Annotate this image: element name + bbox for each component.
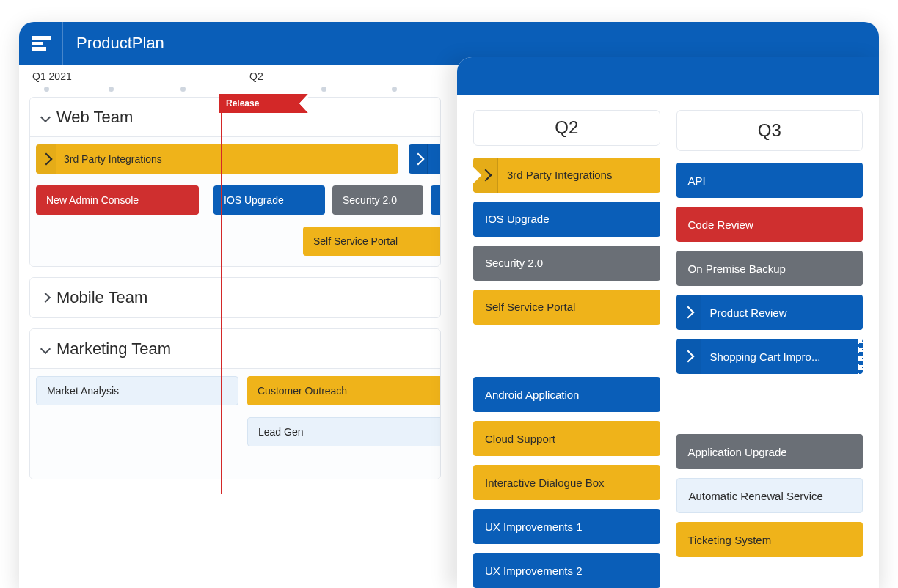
card-label: Ticketing System bbox=[688, 534, 772, 546]
today-line bbox=[221, 113, 222, 494]
card-label: IOS Upgrade bbox=[485, 213, 550, 225]
timeline-bar[interactable]: Market Analysis bbox=[36, 376, 238, 405]
bar-label: New Admin Console bbox=[46, 194, 139, 206]
column-title: Q3 bbox=[676, 110, 864, 151]
lane-header-mobile[interactable]: Mobile Team bbox=[30, 278, 440, 317]
chevron-right-icon bbox=[412, 153, 424, 166]
timeline-bar[interactable] bbox=[409, 144, 441, 174]
lane-title: Web Team bbox=[56, 108, 133, 127]
chevron-right-icon bbox=[40, 153, 52, 166]
board-card[interactable]: Code Review bbox=[676, 207, 864, 242]
timeline-bar[interactable]: On bbox=[431, 185, 441, 215]
timeline-bar[interactable]: Lead Gen bbox=[247, 417, 441, 446]
board-card[interactable]: Self Service Portal bbox=[473, 290, 660, 325]
period-label-q2: Q2 bbox=[249, 70, 263, 82]
board-card[interactable]: UX Improvements 2 bbox=[473, 553, 660, 588]
card-label: On Premise Backup bbox=[688, 262, 786, 275]
board-header-bar bbox=[457, 57, 879, 95]
expand-chevron[interactable] bbox=[676, 339, 701, 374]
card-label: Cloud Support bbox=[485, 433, 555, 445]
timeline-bar[interactable]: 3rd Party Integrations bbox=[36, 144, 398, 174]
board-card[interactable]: Android Application bbox=[473, 377, 660, 412]
chevron-right-icon bbox=[479, 169, 492, 181]
lane-body-web: 3rd Party IntegrationsNew Admin ConsoleI… bbox=[30, 137, 440, 266]
app-logo bbox=[19, 22, 63, 65]
card-label: UX Improvements 1 bbox=[485, 521, 583, 533]
lane-header-marketing[interactable]: Marketing Team bbox=[30, 329, 440, 369]
bar-label: Security 2.0 bbox=[343, 194, 397, 206]
period-dot bbox=[392, 87, 397, 92]
timeline-bar[interactable]: Security 2.0 bbox=[332, 185, 423, 215]
timeline-panel: Q1 2021 Q2 Web Team 3rd Party Integratio… bbox=[19, 65, 441, 588]
card-label: Automatic Renewal Service bbox=[689, 490, 823, 502]
board-card[interactable]: IOS Upgrade bbox=[473, 202, 660, 237]
board-card[interactable]: Ticketing System bbox=[676, 522, 864, 557]
column-title: Q2 bbox=[473, 110, 660, 146]
timeline-bar[interactable]: Self Service Portal bbox=[303, 227, 441, 256]
card-stack: Application UpgradeAutomatic Renewal Ser… bbox=[676, 434, 864, 557]
board-card[interactable]: Automatic Renewal Service bbox=[676, 478, 864, 513]
lane-title: Marketing Team bbox=[56, 339, 171, 359]
board-column: Q23rd Party IntegrationsIOS UpgradeSecur… bbox=[473, 110, 660, 588]
board-card[interactable]: Application Upgrade bbox=[676, 434, 864, 469]
lane-marketing-team: Marketing Team Market AnalysisCustomer O… bbox=[29, 328, 441, 479]
board-card[interactable]: Product Review bbox=[676, 295, 864, 330]
period-dot bbox=[321, 87, 326, 92]
timeline-bar[interactable]: New Admin Console bbox=[36, 185, 199, 215]
release-flag[interactable]: Release bbox=[219, 94, 299, 113]
board-card[interactable]: Cloud Support bbox=[473, 421, 660, 456]
board-columns: Q23rd Party IntegrationsIOS UpgradeSecur… bbox=[457, 95, 879, 588]
period-dot bbox=[44, 87, 49, 92]
timeline-period-row: Q1 2021 Q2 bbox=[29, 65, 441, 91]
lane-web-team: Web Team 3rd Party IntegrationsNew Admin… bbox=[29, 97, 441, 267]
chevron-down-icon bbox=[40, 343, 51, 353]
card-stack: 3rd Party IntegrationsIOS UpgradeSecurit… bbox=[473, 158, 660, 325]
board-card[interactable]: Security 2.0 bbox=[473, 246, 660, 281]
logo-icon bbox=[32, 36, 51, 51]
chevron-right-icon bbox=[682, 350, 695, 363]
lane-title: Mobile Team bbox=[56, 288, 147, 307]
board-card[interactable]: API bbox=[676, 163, 864, 198]
period-label-q1: Q1 2021 bbox=[32, 70, 72, 82]
release-flag-label: Release bbox=[226, 98, 259, 109]
board-panel: Q23rd Party IntegrationsIOS UpgradeSecur… bbox=[457, 57, 879, 588]
app-frame: ProductPlan Q1 2021 Q2 Web Team 3rd Part… bbox=[19, 22, 879, 588]
board-card[interactable]: 3rd Party Integrations bbox=[473, 158, 660, 193]
chevron-right-icon bbox=[40, 293, 51, 303]
board-card[interactable]: UX Improvements 1 bbox=[473, 509, 660, 544]
timeline-bar[interactable]: IOS Upgrade bbox=[213, 185, 325, 215]
card-label: Self Service Portal bbox=[485, 301, 575, 313]
period-dot bbox=[109, 87, 114, 92]
bar-label: Market Analysis bbox=[47, 385, 119, 397]
card-label: Security 2.0 bbox=[485, 257, 543, 269]
card-label: 3rd Party Integrations bbox=[507, 169, 612, 181]
chevron-down-icon bbox=[40, 111, 51, 122]
bar-label: 3rd Party Integrations bbox=[64, 153, 162, 165]
card-label: Shopping Cart Impro... bbox=[710, 350, 821, 363]
lane-body-marketing: Market AnalysisCustomer OutreachLead Gen bbox=[30, 369, 440, 479]
card-label: Android Application bbox=[485, 389, 579, 401]
expand-chevron[interactable] bbox=[676, 295, 701, 330]
bar-label: Self Service Portal bbox=[313, 235, 398, 247]
board-card[interactable]: On Premise Backup bbox=[676, 251, 864, 286]
lane-mobile-team: Mobile Team bbox=[29, 277, 441, 318]
timeline-bar[interactable]: Customer Outreach bbox=[247, 376, 441, 405]
app-title: ProductPlan bbox=[76, 34, 164, 53]
card-label: Code Review bbox=[688, 218, 753, 231]
board-card[interactable]: Shopping Cart Impro... bbox=[676, 339, 864, 374]
board-card[interactable]: Interactive Dialogue Box bbox=[473, 465, 660, 500]
bar-label: IOS Upgrade bbox=[224, 194, 284, 206]
card-label: UX Improvements 2 bbox=[485, 565, 583, 577]
expand-chevron[interactable] bbox=[473, 158, 498, 193]
card-stack: APICode ReviewOn Premise BackupProduct R… bbox=[676, 163, 864, 374]
card-stack: Android ApplicationCloud SupportInteract… bbox=[473, 377, 660, 588]
card-label: Interactive Dialogue Box bbox=[485, 477, 605, 489]
chevron-right-icon bbox=[682, 306, 695, 319]
expand-chevron[interactable] bbox=[36, 144, 56, 174]
board-column: Q3APICode ReviewOn Premise BackupProduct… bbox=[676, 110, 864, 588]
expand-chevron[interactable] bbox=[409, 144, 428, 174]
period-dot bbox=[180, 87, 186, 92]
bar-label: Lead Gen bbox=[258, 426, 304, 438]
bar-label: Customer Outreach bbox=[258, 385, 347, 397]
card-label: API bbox=[688, 174, 706, 187]
